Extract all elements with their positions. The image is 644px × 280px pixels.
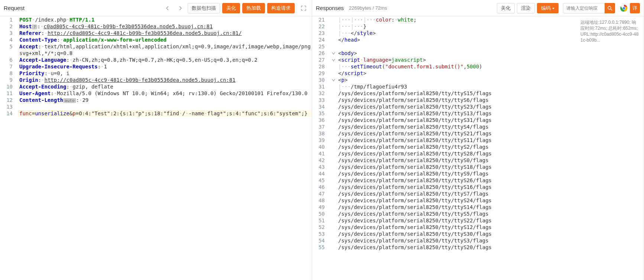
details-button[interactable]: 详: [630, 3, 640, 13]
request-toolbar: Request 数据包扫描 美化 热加载 构造请求: [0, 0, 312, 16]
render-button[interactable]: 渲染: [517, 3, 535, 13]
response-code[interactable]: |···|···|···color:·white;|···|···}|···</…: [337, 16, 644, 280]
svg-point-4: [623, 7, 625, 9]
nav-prev-button[interactable]: [162, 3, 173, 13]
request-code[interactable]: POST·/index.php·HTTP/1.1Host?:·c0ad805c-…: [18, 16, 312, 280]
search-button[interactable]: [605, 3, 615, 13]
svg-point-0: [608, 6, 611, 9]
scan-button[interactable]: 数据包扫描: [188, 3, 220, 13]
construct-request-button[interactable]: 构造请求: [267, 3, 295, 13]
encode-label: 编码: [541, 5, 551, 12]
response-stats: 2269bytes / 72ms: [349, 5, 387, 11]
request-title: Request: [4, 5, 160, 11]
beautify-button[interactable]: 美化: [222, 3, 240, 13]
response-fold-column: [330, 16, 337, 280]
response-toolbar: Responses 2269bytes / 72ms 美化 渲染 编码: [312, 0, 644, 16]
response-gutter: 2122232425262728293031323334353637383940…: [312, 16, 330, 280]
response-editor[interactable]: 2122232425262728293031323334353637383940…: [312, 16, 644, 280]
response-title: Responses: [316, 5, 344, 11]
svg-line-1: [611, 9, 612, 10]
request-editor[interactable]: 1234567891011121314 POST·/index.php·HTTP…: [0, 16, 312, 280]
nav-next-button[interactable]: [175, 3, 185, 13]
hotload-button[interactable]: 热加载: [242, 3, 265, 13]
encode-dropdown[interactable]: 编码: [537, 3, 559, 13]
resp-beautify-button[interactable]: 美化: [497, 3, 515, 13]
expand-icon[interactable]: [299, 4, 308, 13]
response-info-panel: 远端地址:127.0.0.1:7890; 响应时间:72ms; 总耗时:652m…: [577, 16, 644, 46]
chevron-down-icon: [552, 5, 554, 11]
chrome-icon[interactable]: [620, 4, 628, 12]
request-gutter: 1234567891011121314: [0, 16, 18, 280]
